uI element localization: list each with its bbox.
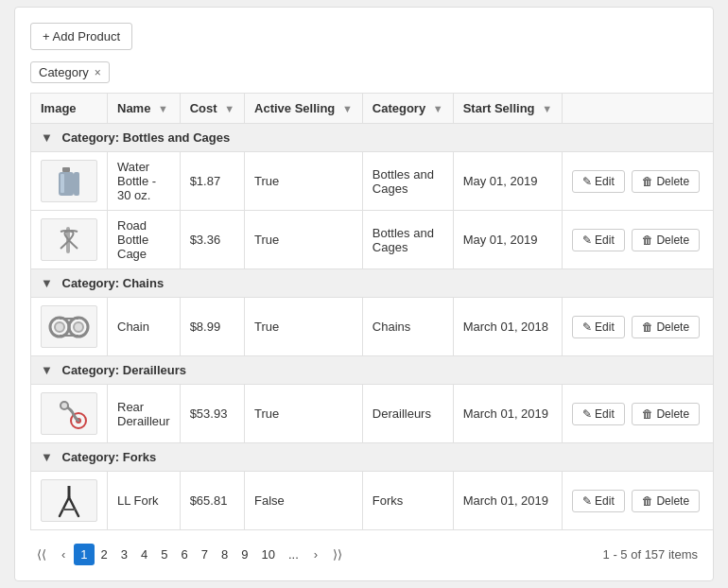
edit-button[interactable]: ✎Edit — [572, 490, 625, 512]
page-9-button[interactable]: 9 — [234, 544, 254, 565]
product-start-selling-cell: March 01, 2019 — [453, 385, 562, 443]
page-6-button[interactable]: 6 — [175, 544, 195, 565]
pencil-icon: ✎ — [582, 494, 592, 508]
pencil-icon: ✎ — [582, 233, 592, 247]
filter-bar: Category × — [30, 61, 698, 83]
product-actions-cell: ✎Edit 🗑Delete — [563, 385, 714, 443]
delete-button[interactable]: 🗑Delete — [632, 229, 700, 251]
page-7-button[interactable]: 7 — [195, 544, 215, 565]
product-name-cell: LL Fork — [108, 472, 181, 530]
product-name-cell: Water Bottle - 30 oz. — [108, 152, 181, 211]
product-active-cell: True — [245, 211, 363, 269]
product-image-cell — [31, 298, 108, 356]
product-start-selling-cell: March 01, 2018 — [453, 298, 562, 356]
pencil-icon: ✎ — [582, 175, 592, 188]
category-label: ▼ Category: Forks — [31, 443, 714, 472]
delete-button[interactable]: 🗑Delete — [632, 490, 700, 512]
trash-icon: 🗑 — [642, 320, 653, 334]
edit-button[interactable]: ✎Edit — [572, 170, 625, 193]
svg-point-13 — [61, 402, 68, 409]
svg-rect-3 — [74, 172, 79, 196]
page-next-button[interactable]: › — [307, 544, 324, 565]
col-image: Image — [31, 94, 108, 124]
page-prev-button[interactable]: ‹ — [55, 544, 72, 565]
product-name-cell: Road Bottle Cage — [108, 211, 181, 269]
road-bottle-cage-img — [41, 218, 97, 261]
product-category-cell: Chains — [362, 298, 453, 356]
table-header-row: Image Name ▼ Cost ▼ Active Selling ▼ Cat… — [31, 94, 714, 124]
page-2-button[interactable]: 2 — [95, 544, 114, 565]
product-category-cell: Forks — [362, 472, 453, 530]
category-filter-icon[interactable]: ▼ — [433, 103, 443, 114]
page-first-button[interactable]: ⟨⟨ — [30, 544, 53, 565]
page-last-button[interactable]: ⟩⟩ — [326, 544, 349, 565]
page-8-button[interactable]: 8 — [215, 544, 234, 565]
delete-button[interactable]: 🗑Delete — [632, 170, 700, 193]
category-label: ▼ Category: Chains — [31, 269, 714, 298]
page-10-button[interactable]: 10 — [254, 544, 281, 565]
product-actions-cell: ✎Edit 🗑Delete — [563, 472, 714, 530]
rear-derailleur-img — [41, 392, 97, 435]
start-selling-filter-icon[interactable]: ▼ — [542, 103, 552, 114]
filter-close-icon[interactable]: × — [95, 66, 101, 79]
category-header-row: ▼ Category: Forks — [31, 443, 714, 472]
active-selling-filter-icon[interactable]: ▼ — [342, 103, 353, 114]
page-4-button[interactable]: 4 — [134, 544, 154, 565]
pencil-icon: ✎ — [582, 407, 592, 421]
product-active-cell: False — [245, 472, 363, 530]
add-product-button[interactable]: + Add Product — [30, 23, 132, 50]
product-image-cell — [31, 211, 108, 269]
page-1-button[interactable]: 1 — [74, 544, 94, 565]
table-row: LL Fork $65.81 False Forks March 01, 201… — [31, 472, 714, 530]
category-header-row: ▼ Category: Derailleurs — [31, 356, 714, 385]
svg-rect-2 — [61, 174, 64, 193]
product-cost-cell: $65.81 — [180, 472, 244, 530]
category-label: ▼ Category: Bottles and Cages — [31, 124, 714, 152]
product-cost-cell: $1.87 — [180, 152, 244, 211]
ll-fork-img — [41, 479, 97, 522]
delete-button[interactable]: 🗑Delete — [632, 316, 700, 338]
chevron-down-icon[interactable]: ▼ — [41, 450, 53, 464]
product-name-cell: Rear Derailleur — [108, 385, 181, 443]
product-active-cell: True — [245, 152, 363, 211]
svg-rect-0 — [62, 167, 70, 172]
water-bottle-img — [41, 160, 97, 202]
table-row: Water Bottle - 30 oz. $1.87 True Bottles… — [31, 152, 714, 211]
product-category-cell: Bottles and Cages — [362, 211, 453, 269]
name-filter-icon[interactable]: ▼ — [158, 103, 168, 114]
product-cost-cell: $3.36 — [180, 211, 244, 269]
product-active-cell: True — [245, 298, 363, 356]
page-3-button[interactable]: 3 — [114, 544, 134, 565]
edit-button[interactable]: ✎Edit — [572, 403, 625, 425]
category-header-row: ▼ Category: Bottles and Cages — [31, 124, 714, 152]
chevron-down-icon[interactable]: ▼ — [41, 276, 53, 290]
product-actions-cell: ✎Edit 🗑Delete — [563, 152, 714, 211]
svg-point-7 — [55, 322, 64, 332]
chevron-down-icon[interactable]: ▼ — [41, 130, 53, 145]
trash-icon: 🗑 — [642, 233, 653, 247]
edit-button[interactable]: ✎Edit — [572, 316, 625, 338]
chevron-down-icon[interactable]: ▼ — [41, 363, 53, 377]
product-start-selling-cell: March 01, 2019 — [453, 472, 562, 530]
edit-button[interactable]: ✎Edit — [572, 229, 625, 251]
main-container: + Add Product Category × Image Name ▼ Co… — [14, 7, 714, 581]
category-label: ▼ Category: Derailleurs — [31, 356, 714, 385]
col-category: Category ▼ — [362, 94, 453, 124]
svg-point-8 — [74, 322, 83, 332]
trash-icon: 🗑 — [642, 494, 653, 508]
cost-filter-icon[interactable]: ▼ — [224, 103, 234, 114]
product-cost-cell: $8.99 — [180, 298, 244, 356]
product-image-cell — [31, 472, 108, 530]
product-image-cell — [31, 152, 108, 211]
product-active-cell: True — [245, 385, 363, 443]
page-info: 1 - 5 of 157 items — [603, 547, 698, 562]
page-controls: ⟨⟨ ‹ 12345678910... › ⟩⟩ — [30, 544, 349, 565]
delete-button[interactable]: 🗑Delete — [632, 403, 700, 425]
product-start-selling-cell: May 01, 2019 — [453, 152, 562, 211]
page-5-button[interactable]: 5 — [154, 544, 174, 565]
product-actions-cell: ✎Edit 🗑Delete — [563, 211, 714, 269]
trash-icon: 🗑 — [642, 175, 653, 188]
toolbar: + Add Product — [30, 23, 698, 50]
products-table: Image Name ▼ Cost ▼ Active Selling ▼ Cat… — [30, 93, 714, 530]
table-row: Road Bottle Cage $3.36 True Bottles and … — [31, 211, 714, 269]
